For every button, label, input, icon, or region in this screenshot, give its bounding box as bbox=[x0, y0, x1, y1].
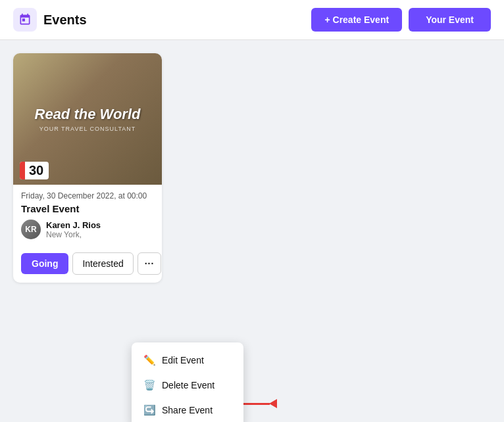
organizer-location: New York, bbox=[46, 230, 101, 239]
organizer-name: Karen J. Rios bbox=[46, 220, 101, 230]
more-button[interactable]: ··· bbox=[138, 252, 162, 275]
page-title: Events bbox=[43, 12, 87, 28]
event-image-wrapper: Read the World YOUR TRAVEL CONSULTANT 30 bbox=[13, 53, 162, 185]
edit-event-item[interactable]: ✏️ Edit Event bbox=[132, 348, 243, 373]
edit-event-label: Edit Event bbox=[162, 355, 204, 365]
header-buttons: + Create Event Your Event bbox=[311, 8, 491, 32]
share-icon: ↪️ bbox=[143, 404, 155, 416]
main-content: Read the World YOUR TRAVEL CONSULTANT 30… bbox=[0, 40, 504, 296]
event-date-number: 30 bbox=[29, 163, 43, 178]
share-event-label: Share Event bbox=[162, 405, 213, 415]
event-image-subtitle: YOUR TRAVEL CONSULTANT bbox=[35, 126, 141, 132]
delete-event-label: Delete Event bbox=[162, 380, 214, 390]
event-image-content: Read the World YOUR TRAVEL CONSULTANT bbox=[35, 106, 141, 132]
event-image-title: Read the World bbox=[35, 106, 141, 123]
organizer-info: Karen J. Rios New York, bbox=[46, 220, 101, 239]
arrow-head bbox=[269, 399, 277, 408]
date-badge-accent bbox=[20, 162, 25, 179]
page-header: Events + Create Event Your Event bbox=[0, 0, 504, 40]
dropdown-menu: ✏️ Edit Event 🗑️ Delete Event ↪️ Share E… bbox=[132, 342, 243, 422]
going-button[interactable]: Going bbox=[21, 253, 68, 274]
avatar: KR bbox=[21, 220, 41, 239]
create-event-button[interactable]: + Create Event bbox=[311, 8, 402, 32]
your-event-button[interactable]: Your Event bbox=[409, 8, 491, 32]
share-event-item[interactable]: ↪️ Share Event bbox=[132, 398, 243, 422]
edit-icon: ✏️ bbox=[143, 354, 155, 366]
event-actions: Going Interested ··· bbox=[13, 252, 162, 283]
event-organizer: KR Karen J. Rios New York, bbox=[21, 220, 154, 239]
event-datetime: Friday, 30 December 2022, at 00:00 bbox=[21, 191, 154, 200]
delete-event-item[interactable]: 🗑️ Delete Event bbox=[132, 373, 243, 398]
trash-icon: 🗑️ bbox=[143, 379, 155, 391]
event-card: Read the World YOUR TRAVEL CONSULTANT 30… bbox=[13, 53, 162, 283]
event-body: Friday, 30 December 2022, at 00:00 Trave… bbox=[13, 185, 162, 252]
header-left: Events bbox=[13, 8, 87, 32]
interested-button[interactable]: Interested bbox=[72, 252, 133, 275]
event-date-badge: 30 bbox=[20, 162, 49, 179]
event-title: Travel Event bbox=[21, 203, 154, 214]
events-icon bbox=[13, 8, 37, 32]
